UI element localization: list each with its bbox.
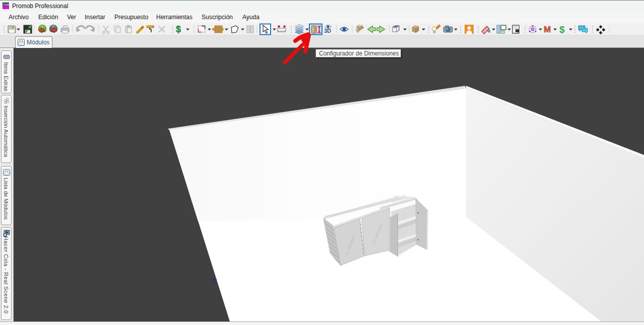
svg-text:$: $ (559, 24, 565, 35)
svg-text:3D: 3D (324, 28, 331, 34)
svg-text:PMB: PMB (3, 3, 9, 6)
svg-text:$: $ (176, 24, 181, 34)
svg-text:M: M (544, 25, 551, 34)
